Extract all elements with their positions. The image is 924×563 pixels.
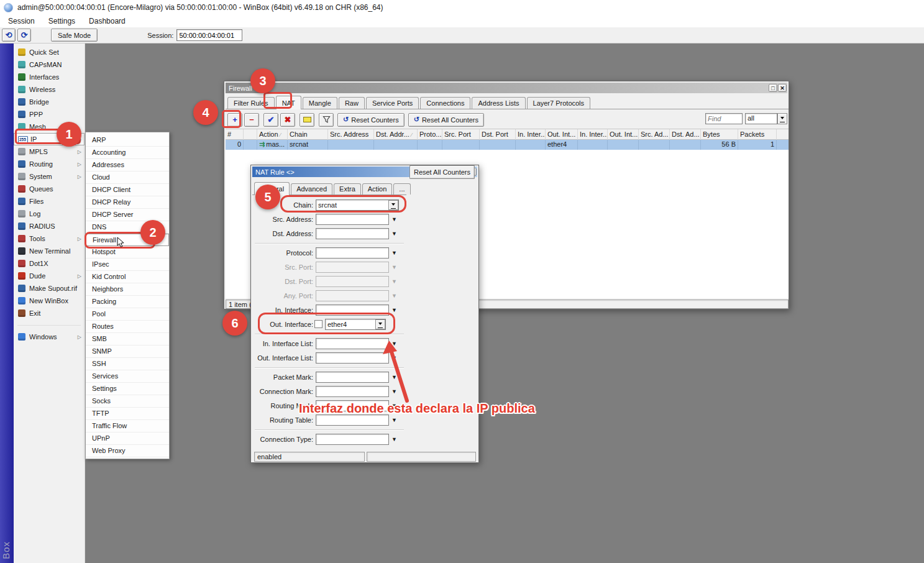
disable-rule-button[interactable]: ✖ bbox=[280, 113, 295, 127]
sidebar-item[interactable]: Exit ▷ bbox=[14, 307, 85, 319]
firewall-tab[interactable]: Layer7 Protocols bbox=[527, 97, 591, 109]
submenu-item[interactable]: Web Proxy bbox=[86, 445, 169, 457]
sidebar-item[interactable]: Dot1X ▷ bbox=[14, 257, 85, 270]
sidebar-item[interactable]: ▷ bbox=[14, 319, 85, 331]
column-header[interactable]: # bbox=[226, 129, 244, 140]
reset-all-counters-button[interactable]: ↺ Reset All Counters bbox=[408, 113, 484, 127]
column-header[interactable]: Out. Int... bbox=[608, 129, 639, 140]
sidebar-item[interactable]: Routing ▷ bbox=[14, 158, 85, 170]
submenu-item[interactable]: Accounting bbox=[86, 147, 169, 159]
submenu-item[interactable]: Pool bbox=[86, 308, 169, 321]
filter-button[interactable] bbox=[319, 113, 334, 127]
submenu-item[interactable]: IPsec bbox=[86, 259, 169, 271]
column-header[interactable]: Dst. Addr... bbox=[374, 129, 418, 140]
sidebar-item[interactable]: Log ▷ bbox=[14, 208, 85, 220]
remove-rule-button[interactable]: − bbox=[244, 113, 259, 127]
chain-select[interactable]: srcnat bbox=[316, 199, 399, 211]
submenu-item[interactable]: Neighbors bbox=[86, 283, 169, 296]
routing-table-input[interactable] bbox=[316, 414, 389, 426]
sidebar-item[interactable]: RADIUS ▷ bbox=[14, 220, 85, 232]
nat-dialog-tab[interactable]: Action bbox=[362, 183, 393, 195]
sidebar-item[interactable]: Wireless ▷ bbox=[14, 83, 85, 96]
submenu-item[interactable]: Cloud bbox=[86, 172, 169, 184]
column-header[interactable]: Chain bbox=[288, 129, 328, 140]
sidebar-item[interactable]: Quick Set ▷ bbox=[14, 46, 85, 58]
column-header[interactable]: Proto... bbox=[418, 129, 442, 140]
sidebar-item[interactable]: MPLS ▷ bbox=[14, 145, 85, 158]
dropdown-icon[interactable]: ▼ bbox=[391, 250, 397, 256]
sidebar-item[interactable]: New WinBox ▷ bbox=[14, 295, 85, 307]
sidebar-item[interactable]: Make Supout.rif ▷ bbox=[14, 282, 85, 295]
submenu-item[interactable]: Services bbox=[86, 370, 169, 383]
nat-dialog-tab[interactable]: Advanced bbox=[291, 183, 332, 195]
submenu-item[interactable]: Addresses bbox=[86, 159, 169, 172]
firewall-tab[interactable]: Connections bbox=[420, 97, 470, 109]
column-header[interactable]: In. Inter... bbox=[578, 129, 608, 140]
protocol-input[interactable] bbox=[316, 247, 389, 259]
filter-select[interactable]: all bbox=[745, 113, 777, 124]
submenu-item[interactable]: Routes bbox=[86, 321, 169, 333]
column-header[interactable]: Src. Address bbox=[328, 129, 374, 140]
nat-dialog-tab[interactable]: ... bbox=[393, 183, 410, 195]
close-button[interactable]: ✕ bbox=[778, 84, 787, 92]
undo-button[interactable]: ⟲ bbox=[2, 29, 16, 42]
submenu-item[interactable]: DHCP Server bbox=[86, 209, 169, 221]
maximize-button[interactable]: □ bbox=[769, 84, 777, 92]
dropdown-icon[interactable]: ▼ bbox=[391, 231, 397, 237]
connection-mark-input[interactable] bbox=[316, 386, 389, 397]
dialog-button[interactable]: Reset All Counters bbox=[409, 165, 475, 179]
submenu-item[interactable]: SNMP bbox=[86, 346, 169, 358]
menu-item[interactable]: Dashboard bbox=[82, 16, 132, 27]
find-input[interactable] bbox=[705, 113, 743, 124]
redo-button[interactable]: ⟳ bbox=[17, 29, 31, 42]
sidebar-item[interactable]: PPP ▷ bbox=[14, 108, 85, 121]
submenu-item[interactable]: Packing bbox=[86, 296, 169, 308]
column-header[interactable]: Action bbox=[257, 129, 288, 140]
chain-combo-button[interactable] bbox=[388, 200, 398, 210]
session-input[interactable] bbox=[176, 29, 242, 41]
in-interface-input[interactable] bbox=[316, 304, 389, 316]
out-interface-not-checkbox[interactable] bbox=[314, 320, 322, 328]
dropdown-icon[interactable]: ▼ bbox=[391, 307, 397, 313]
dropdown-icon[interactable]: ▼ bbox=[391, 417, 397, 423]
out-interface-combo-button[interactable] bbox=[375, 319, 385, 329]
src-address-input[interactable] bbox=[316, 214, 389, 225]
submenu-item[interactable]: Socks bbox=[86, 395, 169, 408]
column-header[interactable]: Dst. Port bbox=[480, 129, 516, 140]
safe-mode-button[interactable]: Safe Mode bbox=[51, 29, 98, 42]
column-header[interactable] bbox=[244, 129, 257, 140]
column-header[interactable]: Src. Ad... bbox=[639, 129, 670, 140]
out-interface-select[interactable]: ether4 bbox=[325, 319, 386, 330]
out-interface-list-input[interactable] bbox=[316, 352, 389, 364]
column-header[interactable]: Dst. Ad... bbox=[670, 129, 701, 140]
dropdown-icon[interactable]: ▼ bbox=[391, 216, 397, 222]
column-header[interactable]: Src. Port bbox=[442, 129, 480, 140]
comment-button[interactable] bbox=[300, 113, 314, 127]
submenu-item[interactable]: Traffic Flow bbox=[86, 420, 169, 433]
connection-type-input[interactable] bbox=[316, 434, 389, 445]
in-interface-list-input[interactable] bbox=[316, 338, 389, 349]
firewall-tab[interactable]: Raw bbox=[339, 97, 365, 109]
sidebar-item[interactable]: CAPsMAN ▷ bbox=[14, 58, 85, 71]
firewall-window-titlebar[interactable]: Firewall □ ✕ bbox=[226, 83, 787, 93]
firewall-tab[interactable]: NAT bbox=[276, 96, 301, 109]
dropdown-icon[interactable]: ▼ bbox=[391, 436, 397, 442]
column-header[interactable]: In. Inter... bbox=[516, 129, 546, 140]
sidebar-item[interactable]: Bridge ▷ bbox=[14, 96, 85, 108]
column-header[interactable]: Bytes bbox=[701, 129, 738, 140]
sidebar-item[interactable]: Tools ▷ bbox=[14, 232, 85, 245]
firewall-tab[interactable]: Service Ports bbox=[366, 97, 419, 109]
firewall-tab[interactable]: Filter Rules bbox=[227, 97, 275, 109]
submenu-item[interactable]: ARP bbox=[86, 134, 169, 147]
menu-item[interactable]: Session bbox=[1, 16, 42, 27]
add-rule-button[interactable]: + bbox=[227, 113, 242, 127]
sidebar-item[interactable]: Files ▷ bbox=[14, 195, 85, 208]
enable-rule-button[interactable]: ✔ bbox=[263, 113, 278, 127]
sidebar-item[interactable]: Interfaces ▷ bbox=[14, 71, 85, 83]
table-row[interactable]: ⇉0 ⇉ ⇉mas... ⇉srcnat ⇉ ⇉ ⇉ ⇉ ⇉ bbox=[226, 140, 789, 150]
column-header[interactable]: Out. Int... bbox=[546, 129, 578, 140]
sidebar-item[interactable]: New Terminal ▷ bbox=[14, 245, 85, 257]
submenu-item[interactable]: Settings bbox=[86, 383, 169, 395]
submenu-item[interactable]: Hotspot bbox=[86, 246, 169, 259]
sidebar-item[interactable]: System ▷ bbox=[14, 170, 85, 183]
